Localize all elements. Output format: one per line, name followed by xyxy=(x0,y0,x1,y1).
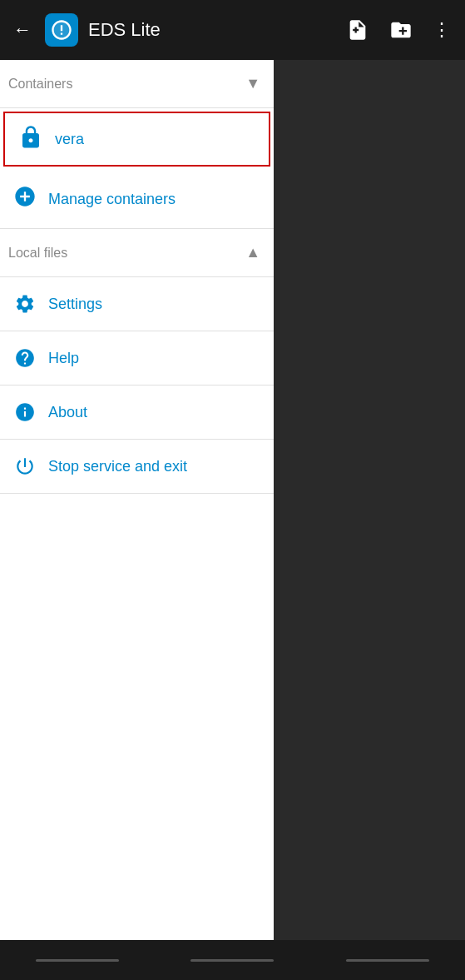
topbar-actions: ⋮ xyxy=(339,12,458,48)
new-folder-button[interactable] xyxy=(383,12,419,48)
local-files-chevron: ▲ xyxy=(245,244,260,261)
container-name: vera xyxy=(55,131,84,148)
settings-menu-item[interactable]: Settings xyxy=(0,277,274,331)
about-label: About xyxy=(48,404,87,421)
sidebar: Containers ▼ vera Manage containers Loca… xyxy=(0,60,274,980)
nav-back-indicator xyxy=(36,959,119,962)
bottom-nav xyxy=(0,940,465,980)
manage-containers-label: Manage containers xyxy=(48,191,176,208)
containers-section-header[interactable]: Containers ▼ xyxy=(0,60,274,108)
help-menu-item[interactable]: Help xyxy=(0,331,274,386)
containers-label: Containers xyxy=(8,77,72,92)
stop-service-label: Stop service and exit xyxy=(48,458,187,475)
about-menu-item[interactable]: About xyxy=(0,386,274,440)
lock-icon xyxy=(18,125,43,153)
containers-chevron: ▼ xyxy=(245,75,260,92)
plus-circle-icon xyxy=(13,185,37,213)
local-files-label: Local files xyxy=(8,246,67,261)
local-files-section-header[interactable]: Local files ▲ xyxy=(0,229,274,277)
stop-service-menu-item[interactable]: Stop service and exit xyxy=(0,440,274,494)
help-label: Help xyxy=(48,350,79,367)
nav-recent-indicator xyxy=(346,959,429,962)
main-layout: Containers ▼ vera Manage containers Loca… xyxy=(0,60,465,980)
container-item-vera[interactable]: vera xyxy=(3,112,270,167)
more-options-button[interactable]: ⋮ xyxy=(426,14,458,46)
app-icon xyxy=(45,13,78,47)
settings-label: Settings xyxy=(48,296,102,313)
manage-containers-item[interactable]: Manage containers xyxy=(0,170,274,229)
settings-icon xyxy=(13,292,37,316)
info-icon xyxy=(13,400,37,424)
power-icon xyxy=(13,455,37,478)
nav-home-button[interactable] xyxy=(155,940,309,980)
app-title: EDS Lite xyxy=(88,19,161,41)
new-file-button[interactable] xyxy=(339,12,376,48)
help-icon xyxy=(13,346,37,370)
nav-recent-button[interactable] xyxy=(310,940,465,980)
nav-home-indicator xyxy=(190,959,274,962)
topbar: ← EDS Lite ⋮ xyxy=(0,0,465,60)
nav-back-button[interactable] xyxy=(0,940,155,980)
back-button[interactable]: ← xyxy=(7,12,38,47)
right-panel xyxy=(274,60,465,980)
